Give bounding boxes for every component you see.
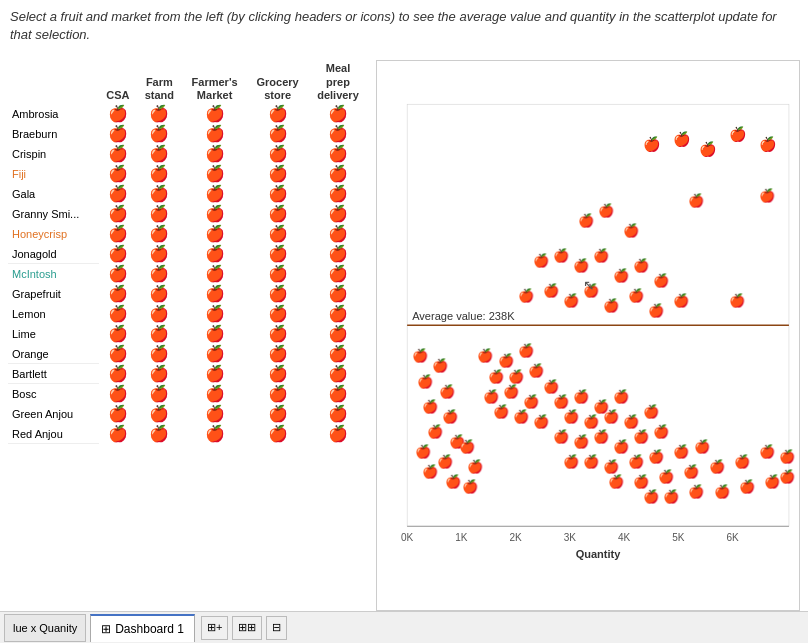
fruit-name-cell[interactable]: Green Anjou [8, 404, 99, 424]
fruit-icon-cell[interactable]: 🍎 [182, 364, 247, 384]
fruit-name-cell[interactable]: Lemon [8, 304, 99, 324]
fruit-icon-cell[interactable]: 🍎 [137, 184, 182, 204]
new-dashboard-button[interactable]: ⊞+ [201, 616, 228, 640]
duplicate-dashboard-button[interactable]: ⊞⊞ [232, 616, 262, 640]
fruit-icon-cell[interactable]: 🍎 [137, 344, 182, 364]
fruit-name-cell[interactable]: Bartlett [8, 364, 99, 384]
table-row[interactable]: Jonagold🍎🍎🍎🍎🍎 [8, 244, 368, 264]
fruit-name-cell[interactable]: Orange [8, 344, 99, 364]
table-row[interactable]: Lime🍎🍎🍎🍎🍎 [8, 324, 368, 344]
fruit-icon-cell[interactable]: 🍎 [137, 384, 182, 404]
table-row[interactable]: Bosc🍎🍎🍎🍎🍎 [8, 384, 368, 404]
table-row[interactable]: Honeycrisp🍎🍎🍎🍎🍎 [8, 224, 368, 244]
tab-value-quantity[interactable]: lue x Quanity [4, 614, 86, 642]
fruit-icon-cell[interactable]: 🍎 [99, 104, 137, 124]
fruit-icon-cell[interactable]: 🍎 [99, 164, 137, 184]
fruit-icon-cell[interactable]: 🍎 [247, 264, 308, 284]
fruit-icon-cell[interactable]: 🍎 [99, 264, 137, 284]
fruit-icon-cell[interactable]: 🍎 [182, 284, 247, 304]
fruit-name-cell[interactable]: Fiji [8, 164, 99, 184]
fruit-icon-cell[interactable]: 🍎 [99, 364, 137, 384]
fruit-icon-cell[interactable]: 🍎 [247, 344, 308, 364]
fruit-icon-cell[interactable]: 🍎 [99, 144, 137, 164]
fruit-icon-cell[interactable]: 🍎 [247, 244, 308, 264]
fruit-icon-cell[interactable]: 🍎 [137, 124, 182, 144]
table-row[interactable]: Fiji🍎🍎🍎🍎🍎 [8, 164, 368, 184]
fruit-icon-cell[interactable]: 🍎 [182, 324, 247, 344]
fruit-icon-cell[interactable]: 🍎 [308, 264, 368, 284]
fruit-icon-cell[interactable]: 🍎 [137, 164, 182, 184]
fruit-icon-cell[interactable]: 🍎 [99, 244, 137, 264]
fruit-icon-cell[interactable]: 🍎 [247, 124, 308, 144]
fruit-icon-cell[interactable]: 🍎 [137, 264, 182, 284]
table-row[interactable]: Braeburn🍎🍎🍎🍎🍎 [8, 124, 368, 144]
fruit-icon-cell[interactable]: 🍎 [308, 364, 368, 384]
fruit-icon-cell[interactable]: 🍎 [182, 424, 247, 444]
fruit-icon-cell[interactable]: 🍎 [137, 144, 182, 164]
fruit-icon-cell[interactable]: 🍎 [308, 184, 368, 204]
fruit-icon-cell[interactable]: 🍎 [99, 284, 137, 304]
fruit-icon-cell[interactable]: 🍎 [308, 424, 368, 444]
fruit-icon-cell[interactable]: 🍎 [247, 144, 308, 164]
fruit-icon-cell[interactable]: 🍎 [137, 404, 182, 424]
fruit-icon-cell[interactable]: 🍎 [247, 324, 308, 344]
fruit-icon-cell[interactable]: 🍎 [182, 124, 247, 144]
col-header-csa[interactable]: CSA [99, 60, 137, 104]
fruit-icon-cell[interactable]: 🍎 [247, 104, 308, 124]
fruit-icon-cell[interactable]: 🍎 [308, 324, 368, 344]
fruit-icon-cell[interactable]: 🍎 [137, 324, 182, 344]
fruit-icon-cell[interactable]: 🍎 [137, 224, 182, 244]
fruit-name-cell[interactable]: Gala [8, 184, 99, 204]
table-row[interactable]: Lemon🍎🍎🍎🍎🍎 [8, 304, 368, 324]
fruit-icon-cell[interactable]: 🍎 [247, 424, 308, 444]
fruit-icon-cell[interactable]: 🍎 [247, 164, 308, 184]
fruit-icon-cell[interactable]: 🍎 [247, 284, 308, 304]
fruit-icon-cell[interactable]: 🍎 [99, 324, 137, 344]
fruit-icon-cell[interactable]: 🍎 [308, 104, 368, 124]
fruit-name-cell[interactable]: Braeburn [8, 124, 99, 144]
fruit-icon-cell[interactable]: 🍎 [182, 184, 247, 204]
fruit-icon-cell[interactable]: 🍎 [308, 144, 368, 164]
fruit-name-cell[interactable]: Ambrosia [8, 104, 99, 124]
table-row[interactable]: Green Anjou🍎🍎🍎🍎🍎 [8, 404, 368, 424]
fruit-icon-cell[interactable]: 🍎 [182, 344, 247, 364]
fruit-icon-cell[interactable]: 🍎 [182, 104, 247, 124]
fruit-name-cell[interactable]: McIntosh [8, 264, 99, 284]
table-row[interactable]: Gala🍎🍎🍎🍎🍎 [8, 184, 368, 204]
fruit-name-cell[interactable]: Jonagold [8, 244, 99, 264]
fruit-icon-cell[interactable]: 🍎 [182, 164, 247, 184]
fruit-name-cell[interactable]: Honeycrisp [8, 224, 99, 244]
fruit-icon-cell[interactable]: 🍎 [247, 364, 308, 384]
fruit-icon-cell[interactable]: 🍎 [137, 204, 182, 224]
fruit-name-cell[interactable]: Grapefruit [8, 284, 99, 304]
fruit-icon-cell[interactable]: 🍎 [247, 184, 308, 204]
fruit-icon-cell[interactable]: 🍎 [182, 244, 247, 264]
fruit-icon-cell[interactable]: 🍎 [182, 224, 247, 244]
tab-dashboard1[interactable]: ⊞ Dashboard 1 [90, 614, 195, 642]
fruit-icon-cell[interactable]: 🍎 [137, 104, 182, 124]
fruit-icon-cell[interactable]: 🍎 [182, 264, 247, 284]
fruit-name-cell[interactable]: Lime [8, 324, 99, 344]
fruit-name-cell[interactable]: Granny Smi... [8, 204, 99, 224]
fruit-icon-cell[interactable]: 🍎 [308, 384, 368, 404]
table-row[interactable]: Bartlett🍎🍎🍎🍎🍎 [8, 364, 368, 384]
fruit-icon-cell[interactable]: 🍎 [99, 344, 137, 364]
table-row[interactable]: Granny Smi...🍎🍎🍎🍎🍎 [8, 204, 368, 224]
col-header-farmersmarket[interactable]: Farmer'sMarket [182, 60, 247, 104]
col-header-mealprep[interactable]: Mealprepdelivery [308, 60, 368, 104]
table-row[interactable]: Ambrosia🍎🍎🍎🍎🍎 [8, 104, 368, 124]
fruit-icon-cell[interactable]: 🍎 [308, 224, 368, 244]
fruit-icon-cell[interactable]: 🍎 [247, 384, 308, 404]
fruit-icon-cell[interactable]: 🍎 [308, 164, 368, 184]
fruit-icon-cell[interactable]: 🍎 [247, 204, 308, 224]
fruit-icon-cell[interactable]: 🍎 [99, 424, 137, 444]
fruit-name-cell[interactable]: Crispin [8, 144, 99, 164]
col-header-grocerystore[interactable]: Grocerystore [247, 60, 308, 104]
fruit-icon-cell[interactable]: 🍎 [99, 304, 137, 324]
fruit-icon-cell[interactable]: 🍎 [182, 404, 247, 424]
fruit-icon-cell[interactable]: 🍎 [99, 224, 137, 244]
fruit-icon-cell[interactable]: 🍎 [137, 304, 182, 324]
fruit-name-cell[interactable]: Red Anjou [8, 424, 99, 444]
fruit-icon-cell[interactable]: 🍎 [182, 204, 247, 224]
fruit-icon-cell[interactable]: 🍎 [308, 304, 368, 324]
